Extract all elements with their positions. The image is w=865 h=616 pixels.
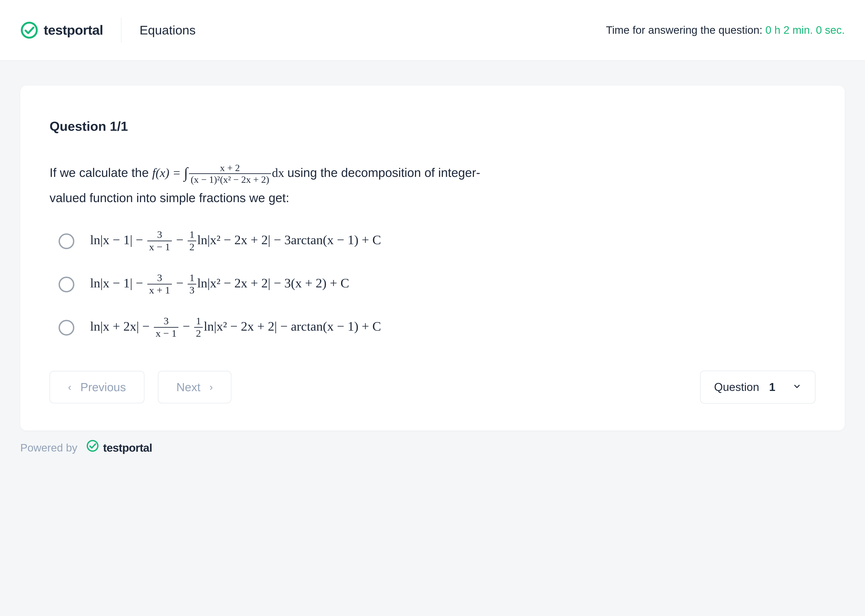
timer: Time for answering the question: 0 h 2 m… <box>606 22 845 38</box>
option-label: ln|x − 1| − 3x − 1 − 12ln|x² − 2x + 2| −… <box>90 230 381 253</box>
brand-text: testportal <box>44 21 103 39</box>
prompt-middle: using the decomposition of integer- <box>287 166 480 179</box>
page-title: Equations <box>121 21 195 39</box>
nav-row: ‹ Previous Next › Question 1 <box>50 371 815 404</box>
next-button[interactable]: Next › <box>158 371 232 403</box>
answer-option-2[interactable]: ln|x − 1| − 3x + 1 − 13ln|x² − 2x + 2| −… <box>58 273 815 296</box>
answer-options: ln|x − 1| − 3x − 1 − 12ln|x² − 2x + 2| −… <box>50 230 815 339</box>
footer-brand-link[interactable]: testportal <box>86 440 152 456</box>
chevron-right-icon: › <box>210 382 213 393</box>
content-area: Question 1/1 If we calculate the f(x) = … <box>0 61 865 470</box>
answer-option-1[interactable]: ln|x − 1| − 3x − 1 − 12ln|x² − 2x + 2| −… <box>58 230 815 253</box>
previous-button[interactable]: ‹ Previous <box>50 371 144 403</box>
radio-icon[interactable] <box>58 233 74 249</box>
svg-point-0 <box>22 23 37 38</box>
question-counter: Question 1/1 <box>50 117 815 135</box>
option-label: ln|x − 1| − 3x + 1 − 13ln|x² − 2x + 2| −… <box>90 273 349 296</box>
timer-value: 0 h 2 min. 0 sec. <box>766 24 845 36</box>
prompt-math: f(x) = ∫ x + 2 (x − 1)²(x² − 2x + 2) dx <box>152 166 287 179</box>
answer-option-3[interactable]: ln|x + 2x| − 3x − 1 − 12ln|x² − 2x + 2| … <box>58 316 815 339</box>
footer-brand-text: testportal <box>103 440 152 456</box>
check-circle-icon <box>86 440 99 456</box>
prompt-prefix: If we calculate the <box>50 166 152 179</box>
check-circle-icon <box>20 21 38 39</box>
powered-by-label: Powered by <box>20 440 77 455</box>
timer-label: Time for answering the question: <box>606 24 763 36</box>
question-selector[interactable]: Question 1 <box>700 371 815 404</box>
app-header: testportal Equations Time for answering … <box>0 0 865 61</box>
footer: Powered by testportal <box>20 431 845 456</box>
brand-logo[interactable]: testportal <box>20 18 121 42</box>
chevron-left-icon: ‹ <box>68 382 71 393</box>
chevron-down-icon <box>793 379 802 395</box>
prompt-suffix: valued function into simple fractions we… <box>50 191 289 205</box>
radio-icon[interactable] <box>58 320 74 336</box>
question-card: Question 1/1 If we calculate the f(x) = … <box>20 85 845 431</box>
question-prompt: If we calculate the f(x) = ∫ x + 2 (x − … <box>50 158 815 209</box>
radio-icon[interactable] <box>58 277 74 292</box>
option-label: ln|x + 2x| − 3x − 1 − 12ln|x² − 2x + 2| … <box>90 316 381 339</box>
svg-point-1 <box>87 441 98 451</box>
